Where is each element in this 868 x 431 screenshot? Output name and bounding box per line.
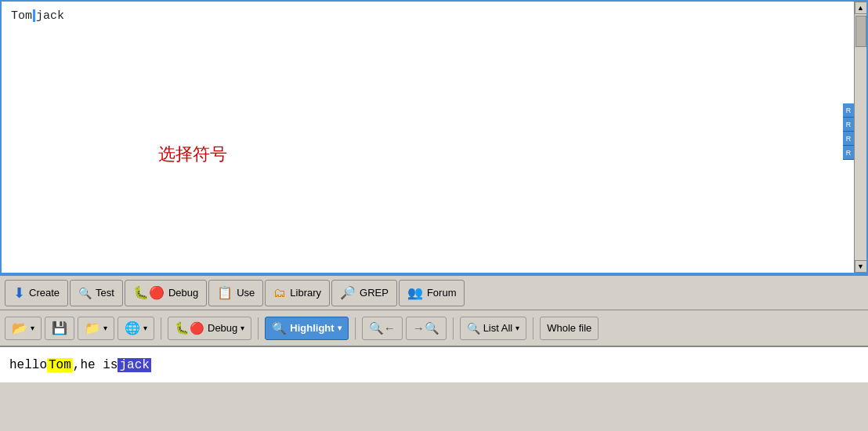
highlight-button[interactable]: 🔍 Highlight ▾	[265, 317, 348, 340]
debug2-icon: 🐛🔴	[175, 321, 204, 335]
zoom-out-icon: 🔍←	[369, 321, 396, 335]
chinese-label: 选择符号	[158, 143, 227, 166]
test-icon: 🔍	[78, 287, 92, 299]
scroll-down-btn[interactable]: ▼	[855, 260, 867, 273]
right-tab-4[interactable]: R	[843, 146, 854, 160]
folder-open-icon: 📂	[12, 321, 27, 335]
result-highlight1: Tom	[47, 358, 73, 372]
new-folder-button[interactable]: 📁 ▾	[78, 317, 114, 340]
list-all-label: List All	[483, 322, 513, 334]
create-icon: ⬇	[13, 284, 25, 302]
debug-label: Debug	[168, 287, 198, 299]
grep-button[interactable]: 🔎 GREP	[331, 280, 397, 306]
forum-button[interactable]: 👥 Forum	[399, 280, 465, 306]
right-tab-1[interactable]: R	[843, 103, 854, 118]
result-bar: hello Tom ,he is jack	[0, 346, 868, 382]
save-icon: 💾	[52, 321, 67, 335]
forum-icon: 👥	[407, 285, 423, 300]
whole-file-label: Whole file	[547, 322, 591, 334]
divider-1	[161, 317, 161, 339]
editor-area[interactable]: Tomjack 选择符号 ▲ ▼ R R R R	[0, 0, 868, 274]
debug-icon: 🐛🔴	[133, 285, 165, 300]
debug2-button[interactable]: 🐛🔴 Debug ▾	[168, 317, 251, 340]
list-all-arrow: ▾	[515, 324, 519, 332]
use-label: Use	[237, 287, 255, 299]
globe-button[interactable]: 🌐 ▾	[118, 317, 154, 340]
editor-content: Tomjack	[2, 2, 866, 31]
open-folder-button[interactable]: 📂 ▾	[5, 317, 42, 340]
zoom-in-button[interactable]: →🔍	[406, 317, 447, 340]
list-all-search-icon: 🔍	[467, 322, 480, 335]
test-label: Test	[96, 287, 114, 299]
divider-3	[355, 317, 356, 339]
scroll-thumb[interactable]	[855, 16, 866, 47]
right-tab-3[interactable]: R	[843, 132, 854, 146]
highlight-search-icon: 🔍	[272, 321, 287, 335]
use-icon: 📋	[217, 285, 233, 300]
grep-icon: 🔎	[340, 285, 356, 300]
new-folder-icon: 📁	[85, 321, 100, 335]
grep-label: GREP	[360, 287, 389, 299]
globe-arrow: ▾	[143, 324, 147, 332]
vertical-scrollbar[interactable]: ▲ ▼	[854, 2, 866, 273]
whole-file-button[interactable]: Whole file	[540, 317, 599, 340]
highlight-label: Highlight	[290, 322, 334, 334]
folder-arrow: ▾	[103, 324, 107, 332]
library-label: Library	[290, 287, 321, 299]
divider-2	[258, 317, 259, 339]
create-button[interactable]: ⬇ Create	[5, 280, 68, 306]
create-label: Create	[29, 287, 60, 299]
result-highlight2: jack	[118, 358, 150, 372]
line1-after-cursor: jack	[36, 9, 64, 23]
scroll-up-btn[interactable]: ▲	[855, 2, 867, 14]
globe-icon: 🌐	[125, 321, 140, 335]
right-tab-2[interactable]: R	[843, 118, 854, 132]
text-cursor	[33, 9, 35, 22]
line1-before-cursor: Tom	[11, 9, 32, 23]
save-button[interactable]: 💾	[45, 317, 74, 340]
result-text-before: hello	[9, 358, 47, 372]
list-all-button[interactable]: 🔍 List All ▾	[460, 317, 527, 340]
use-button[interactable]: 📋 Use	[208, 280, 263, 306]
test-button[interactable]: 🔍 Test	[70, 280, 123, 306]
library-button[interactable]: 🗂 Library	[265, 280, 330, 306]
forum-label: Forum	[427, 287, 457, 299]
divider-4	[453, 317, 454, 339]
debug-button[interactable]: 🐛🔴 Debug	[125, 280, 207, 306]
result-text-middle: ,he is	[73, 358, 118, 372]
zoom-out-button[interactable]: 🔍←	[362, 317, 403, 340]
debug2-arrow: ▾	[241, 324, 244, 332]
divider-5	[533, 317, 533, 339]
toolbar-row1: ⬇ Create 🔍 Test 🐛🔴 Debug 📋 Use 🗂 Library…	[0, 274, 868, 310]
highlight-arrow: ▾	[338, 324, 342, 332]
right-panel: R R R R	[843, 103, 854, 160]
toolbar-row2: 📂 ▾ 💾 📁 ▾ 🌐 ▾ 🐛🔴 Debug ▾ 🔍 Highlight ▾ 🔍…	[0, 310, 868, 346]
zoom-in-icon: →🔍	[413, 321, 439, 335]
library-icon: 🗂	[273, 286, 286, 300]
debug2-label: Debug	[208, 322, 237, 334]
open-arrow: ▾	[31, 324, 34, 332]
